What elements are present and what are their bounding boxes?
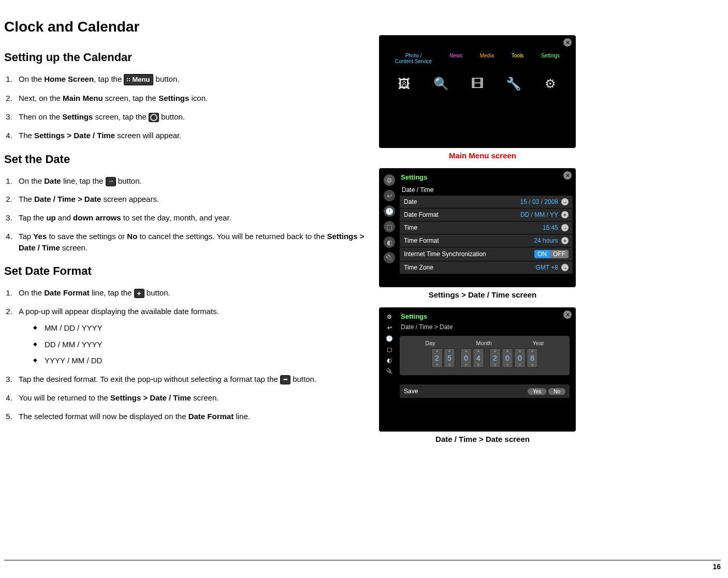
menu-button-icon: Menu xyxy=(124,74,153,86)
breadcrumb: Date / Time > Date xyxy=(400,322,570,336)
display-icon: ▢ xyxy=(387,346,392,353)
settings-icon: ⚙ xyxy=(540,73,561,94)
tab-news: News xyxy=(449,53,462,64)
arrow-button-icon xyxy=(106,177,116,186)
row-time-format: Time Format 24 hours+ xyxy=(400,234,573,247)
back-icon: ↩ xyxy=(387,324,392,331)
row-time: Time 15:45→ xyxy=(400,221,573,234)
clock-icon: 🕐 xyxy=(386,335,393,342)
figure-2-caption: Settings > Date / Time screen xyxy=(379,290,586,299)
head-day: Day xyxy=(425,340,435,346)
setup-step-3: Then on the Settings screen, tap the but… xyxy=(14,111,367,123)
format-option-3: YYYY / MM / DD xyxy=(35,355,367,366)
settings-datetime-screenshot: ✕ ⚙ ↩ 🕐 ▢ ◐ 🔌 Settings Date / Time Date … xyxy=(379,168,576,287)
settings-title: Settings xyxy=(400,171,573,184)
spinner-day: ▲2▼ ▲5▼ xyxy=(431,348,455,368)
figure-date-screen: ✕ ⚙ ↩ 🕐 ▢ ◐ 🔌 Settings Date / Time > Dat… xyxy=(379,307,586,443)
setup-step-1: On the Home Screen, tap the Menu button. xyxy=(14,73,367,85)
figure-3-caption: Date / Time > Date screen xyxy=(379,435,586,443)
arrow-icon: → xyxy=(561,198,569,205)
photo-icon: 🖼 xyxy=(394,73,415,94)
datetime-button-icon xyxy=(149,113,159,122)
setup-step-2: Next, on the Main Menu screen, tap the S… xyxy=(14,93,367,104)
gear-icon: ⚙ xyxy=(384,174,395,186)
minus-button-icon xyxy=(280,375,290,384)
tab-media: Media xyxy=(480,53,494,64)
section-label: Date / Time xyxy=(400,184,573,196)
setup-steps: On the Home Screen, tap the Menu button.… xyxy=(14,73,367,141)
set-format-step-4: You will be returned to the Settings > D… xyxy=(14,392,367,404)
sync-toggle: ONOFF xyxy=(534,250,569,258)
tab-photo: Photo / Content Service xyxy=(395,53,432,64)
globe-icon: ◐ xyxy=(387,357,392,364)
close-icon: ✕ xyxy=(563,38,572,47)
arrow-icon: → xyxy=(561,264,569,271)
date-spinner: Day Month Year ▲2▼ ▲5▼ ▲0▼ ▲4▼ xyxy=(400,336,570,375)
save-label: Save xyxy=(404,388,418,395)
set-date-step-1: On the Date line, tap the button. xyxy=(14,175,367,187)
set-date-steps: On the Date line, tap the button. The Da… xyxy=(14,175,367,254)
display-icon: ▢ xyxy=(384,221,395,232)
format-option-1: MM / DD / YYYY xyxy=(35,322,367,334)
tools-icon: 🔧 xyxy=(503,73,524,94)
row-date: Date 15 / 03 / 2008→ xyxy=(400,196,573,209)
page-number: 16 xyxy=(4,560,721,571)
figure-main-menu: ✕ Photo / Content Service News Media Too… xyxy=(379,35,586,160)
globe-icon: ◐ xyxy=(384,236,395,248)
plus-button-icon xyxy=(134,289,144,298)
set-format-step-2: A pop-up will appear displaying the avai… xyxy=(14,306,367,366)
set-format-step-5: The selected format will now be displaye… xyxy=(14,411,367,422)
figure-settings-datetime: ✕ ⚙ ↩ 🕐 ▢ ◐ 🔌 Settings Date / Time Date … xyxy=(379,168,586,299)
head-month: Month xyxy=(476,340,492,346)
main-menu-screenshot: ✕ Photo / Content Service News Media Too… xyxy=(379,35,576,148)
plus-icon: + xyxy=(561,237,569,244)
format-list: MM / DD / YYYY DD / MM / YYYY YYYY / MM … xyxy=(19,322,367,366)
tab-tools: Tools xyxy=(512,53,523,64)
set-date-step-4: Tap Yes to save the settings or No to ca… xyxy=(14,231,367,254)
close-icon: ✕ xyxy=(563,310,572,319)
page-title: Clock and Calendar xyxy=(4,19,367,35)
power-icon: 🔌 xyxy=(386,368,393,375)
format-option-2: DD / MM / YYYY xyxy=(35,339,367,350)
arrow-icon: → xyxy=(561,224,569,231)
section-heading-set-date: Set the Date xyxy=(4,153,367,166)
no-button: No xyxy=(548,388,565,395)
set-date-step-2: The Date / Time > Date screen appears. xyxy=(14,194,367,205)
set-format-step-1: On the Date Format line, tap the button. xyxy=(14,287,367,299)
row-timezone: Time Zone GMT +8→ xyxy=(400,261,573,274)
set-date-format-steps: On the Date Format line, tap the button.… xyxy=(14,287,367,422)
row-internet-sync: Internet Time Synchronization ONOFF xyxy=(400,247,573,261)
date-screenshot: ✕ ⚙ ↩ 🕐 ▢ ◐ 🔌 Settings Date / Time > Dat… xyxy=(379,307,576,432)
section-heading-setup: Setting up the Calendar xyxy=(4,51,367,64)
head-year: Year xyxy=(532,340,544,346)
clock-icon: 🕐 xyxy=(384,205,395,217)
close-icon: ✕ xyxy=(563,171,572,180)
spinner-year: ▲2▼ ▲0▼ ▲0▼ ▲8▼ xyxy=(489,348,538,368)
setup-step-4: The Settings > Date / Time screen will a… xyxy=(14,130,367,141)
yes-button: Yes xyxy=(528,388,546,395)
row-date-format: Date Format DD / MM / YY+ xyxy=(400,209,573,221)
media-icon: 🎞 xyxy=(467,73,488,94)
set-format-step-3: Tap the desired format. To exit the pop-… xyxy=(14,374,367,385)
settings-title: Settings xyxy=(400,310,570,322)
save-row: Save Yes No xyxy=(400,384,570,398)
power-icon: 🔌 xyxy=(384,252,395,263)
tab-settings: Settings xyxy=(541,53,560,64)
news-icon: 🔍 xyxy=(431,73,452,94)
section-heading-set-date-format: Set Date Format xyxy=(4,264,367,278)
plus-icon: + xyxy=(561,211,569,218)
back-icon: ↩ xyxy=(384,190,395,201)
set-date-step-3: Tap the up and down arrows to set the da… xyxy=(14,212,367,224)
spinner-month: ▲0▼ ▲4▼ xyxy=(460,348,484,368)
gear-icon: ⚙ xyxy=(387,314,392,320)
figure-1-caption: Main Menu screen xyxy=(379,151,586,160)
